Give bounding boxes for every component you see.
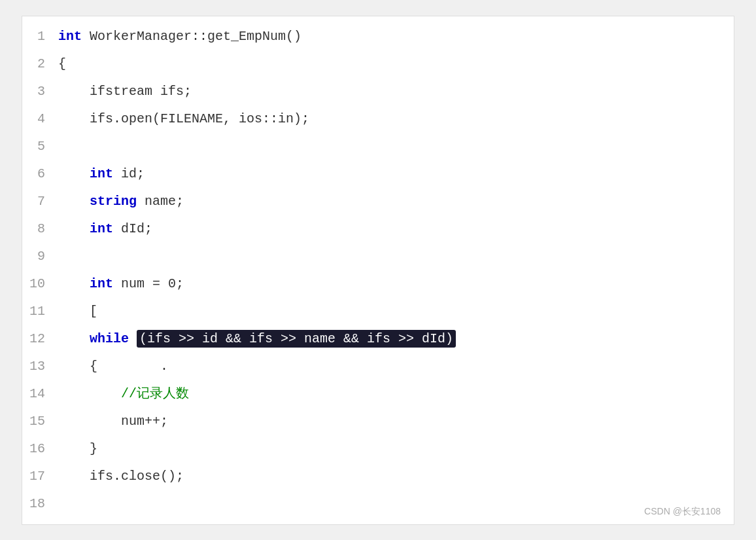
code-line-16: 16 } — [22, 435, 734, 463]
line-content-4: ifs.open(FILENAME, ios::in); — [58, 105, 734, 133]
code-line-6: 6 int id; — [22, 160, 734, 188]
code-line-8: 8 int dId; — [22, 215, 734, 243]
line-num-14: 14 — [22, 380, 58, 408]
code-line-9: 9 — [22, 243, 734, 270]
code-line-3: 3 ifstream ifs; — [22, 78, 734, 105]
line-num-4: 4 — [22, 105, 58, 133]
line-num-1: 1 — [22, 23, 58, 50]
line-num-18: 18 — [22, 490, 58, 518]
code-line-10: 10 int num = 0; — [22, 270, 734, 298]
line-content-10: int num = 0; — [58, 270, 734, 298]
line-content-6: int id; — [58, 160, 734, 188]
line-num-10: 10 — [22, 270, 58, 298]
watermark: CSDN @长安1108 — [644, 506, 721, 518]
line-content-14: //记录人数 — [58, 380, 734, 408]
line-num-16: 16 — [22, 435, 58, 463]
code-line-11: 11 [ — [22, 298, 734, 325]
line-num-12: 12 — [22, 325, 58, 353]
line-num-8: 8 — [22, 215, 58, 243]
line-content-3: ifstream ifs; — [58, 78, 734, 105]
line-num-15: 15 — [22, 408, 58, 435]
line-num-6: 6 — [22, 160, 58, 188]
line-content-12: while (ifs >> id && ifs >> name && ifs >… — [58, 325, 734, 353]
line-num-11: 11 — [22, 298, 58, 325]
line-content-17: ifs.close(); — [58, 463, 734, 490]
line-content-1: int WorkerManager::get_EmpNum() — [58, 23, 734, 50]
code-editor: 1 int WorkerManager::get_EmpNum() 2 { 3 … — [22, 16, 734, 525]
line-content-13: { . — [58, 353, 734, 380]
code-line-1: 1 int WorkerManager::get_EmpNum() — [22, 23, 734, 50]
line-num-17: 17 — [22, 463, 58, 490]
line-content-16: } — [58, 435, 734, 463]
code-line-2: 2 { — [22, 50, 734, 78]
line-num-9: 9 — [22, 243, 58, 270]
code-line-15: 15 num++; — [22, 408, 734, 435]
line-num-5: 5 — [22, 133, 58, 160]
line-content-11: [ — [58, 298, 734, 325]
code-line-18: 18 — [22, 490, 734, 518]
code-line-7: 7 string name; — [22, 188, 734, 215]
highlighted-condition: (ifs >> id && ifs >> name && ifs >> dId) — [137, 330, 456, 348]
code-line-17: 17 ifs.close(); — [22, 463, 734, 490]
line-num-3: 3 — [22, 78, 58, 105]
code-line-5: 5 — [22, 133, 734, 160]
code-line-12: 12 while (ifs >> id && ifs >> name && if… — [22, 325, 734, 353]
code-line-14: 14 //记录人数 — [22, 380, 734, 408]
code-line-13: 13 { . — [22, 353, 734, 380]
line-num-2: 2 — [22, 50, 58, 78]
line-content-8: int dId; — [58, 215, 734, 243]
line-content-7: string name; — [58, 188, 734, 215]
line-content-2: { — [58, 50, 734, 78]
line-num-13: 13 — [22, 353, 58, 380]
line-content-15: num++; — [58, 408, 734, 435]
line-num-7: 7 — [22, 188, 58, 215]
code-line-4: 4 ifs.open(FILENAME, ios::in); — [22, 105, 734, 133]
